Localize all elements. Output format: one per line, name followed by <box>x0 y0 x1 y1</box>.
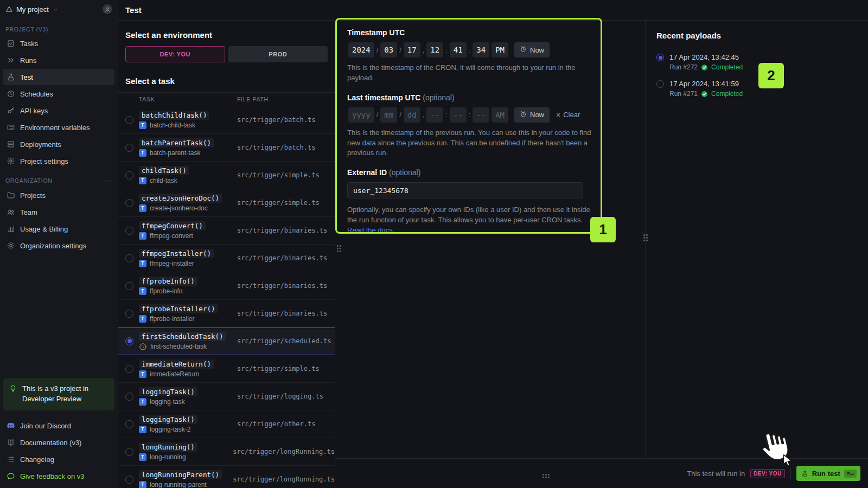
task-row-ffprobe-info[interactable]: ffprobeInfo()Tffprobe-infosrc/trigger/bi… <box>118 272 335 300</box>
env-button-prod[interactable]: PROD <box>228 46 328 62</box>
sidebar-item-organization-settings[interactable]: Organization settings <box>3 237 114 254</box>
sidebar-nav: PROJECT (V3)TasksRunsTestSchedulesAPI ke… <box>0 18 118 254</box>
task-radio[interactable] <box>125 227 133 235</box>
sidebar-item-give-feedback-on-v3[interactable]: Give feedback on v3 <box>3 468 114 484</box>
file-path-column-header: FILE PATH <box>237 96 269 102</box>
payload-item-run-271[interactable]: 17 Apr 2024, 13:41:59Run #271Completed <box>656 80 868 98</box>
task-row-logging-task[interactable]: loggingTask()Tlogging-tasksrc/trigger/lo… <box>118 383 335 410</box>
task-name: batchChildTask() <box>139 111 209 120</box>
datetime-segment[interactable]: 12 <box>426 42 443 57</box>
task-radio[interactable] <box>125 310 133 318</box>
sidebar-item-label: Runs <box>20 56 36 65</box>
sidebar-item-schedules[interactable]: Schedules <box>3 86 114 102</box>
task-row-logging-task-2[interactable]: loggingTask()Tlogging-task-2src/trigger/… <box>118 410 335 438</box>
task-radio[interactable] <box>125 171 133 179</box>
task-radio[interactable] <box>125 365 133 373</box>
task-row-create-jsonhero-doc[interactable]: createJsonHeroDoc()Tcreate-jsonhero-docs… <box>118 189 335 217</box>
sidebar-item-team[interactable]: Team <box>3 204 114 220</box>
task-row-batch-child-task[interactable]: batchChildTask()Tbatch-child-tasksrc/tri… <box>118 106 335 134</box>
datetime-segment[interactable]: -- <box>473 107 489 123</box>
segment-separator: / <box>399 111 401 119</box>
project-selector[interactable]: My project <box>0 0 118 18</box>
task-row-first-scheduled-task[interactable]: firstScheduledTask()first-scheduled-task… <box>118 328 335 355</box>
gear-icon <box>7 241 15 250</box>
task-row-child-task[interactable]: childTask()Tchild-tasksrc/trigger/simple… <box>118 162 335 189</box>
task-radio[interactable] <box>125 254 133 262</box>
sidebar-item-changelog[interactable]: Changelog <box>3 451 114 467</box>
clear-button[interactable]: ×Clear <box>556 111 580 119</box>
sidebar-item-api-keys[interactable]: API keys <box>3 102 114 119</box>
section-menu-button[interactable]: ··· <box>104 177 112 184</box>
task-row-ffmpeg-installer[interactable]: ffmpegInstaller()Tffmpeg-installersrc/tr… <box>118 245 335 272</box>
task-radio[interactable] <box>125 393 133 401</box>
task-radio[interactable] <box>125 476 133 484</box>
v3-preview-banner: This is a v3 project in Developer Previe… <box>3 378 114 410</box>
task-id: first-scheduled-task <box>150 343 207 350</box>
read-the-docs-link[interactable]: Read the docs. <box>347 226 592 236</box>
sidebar-item-documentation-v3[interactable]: Documentation (v3) <box>3 434 114 451</box>
datetime-segment[interactable]: 03 <box>380 42 397 57</box>
task-row-batch-parent-task[interactable]: batchParentTask()Tbatch-parent-tasksrc/t… <box>118 134 335 162</box>
sidebar-item-join-our-discord[interactable]: Join our Discord <box>3 418 114 434</box>
alarm-clock-icon <box>520 111 527 119</box>
external-id-label: External ID (optional) <box>347 168 645 177</box>
meridiem-segment[interactable]: PM <box>492 42 508 57</box>
bottom-action-bar: This test will run in DEV: YOU Run test … <box>335 458 868 488</box>
datetime-segment[interactable]: mm <box>380 107 397 123</box>
payload-item-run-272[interactable]: 17 Apr 2024, 13:42:45Run #272Completed <box>656 53 868 71</box>
sidebar-item-test[interactable]: Test <box>3 69 114 85</box>
sidebar-item-label: Environment variables <box>20 124 90 132</box>
payload-radio[interactable] <box>656 80 664 88</box>
task-name: childTask() <box>139 166 189 175</box>
payload-radio[interactable] <box>656 54 664 61</box>
datetime-segment[interactable]: 17 <box>404 42 420 57</box>
last-timestamp-help: This is the timestamp of the previous ru… <box>347 128 592 159</box>
env-button-dev-you[interactable]: DEV: YOU <box>125 46 225 62</box>
task-radio[interactable] <box>125 144 133 152</box>
sidebar-item-tasks[interactable]: Tasks <box>3 35 114 52</box>
sidebar-item-label: Project settings <box>20 157 68 165</box>
sidebar-item-runs[interactable]: Runs <box>3 52 114 68</box>
divider <box>790 468 791 479</box>
sidebar-item-usage-billing[interactable]: Usage & Billing <box>3 221 114 237</box>
project-selector-label: My project <box>16 5 49 14</box>
now-button[interactable]: Now <box>514 42 550 57</box>
task-row-ffprobe-installer[interactable]: ffprobeInstaller()Tffprobe-installersrc/… <box>118 300 335 328</box>
segment-separator: , <box>423 46 425 54</box>
sidebar-item-environment-variables[interactable]: Environment variables <box>3 119 114 136</box>
datetime-segment[interactable]: 2024 <box>348 42 374 57</box>
task-radio[interactable] <box>125 448 133 456</box>
section-label-text: ORGANIZATION <box>5 177 52 184</box>
test-icon <box>7 73 15 81</box>
task-row-immediatereturn[interactable]: immediateReturn()TimmediateReturnsrc/tri… <box>118 355 335 383</box>
task-row-long-running[interactable]: longRunning()Tlong-runningsrc/trigger/lo… <box>118 438 335 466</box>
now-button[interactable]: Now <box>514 107 550 123</box>
task-radio[interactable] <box>125 199 133 207</box>
task-radio[interactable] <box>125 420 133 428</box>
sidebar-item-projects[interactable]: Projects <box>3 187 114 203</box>
datetime-segment[interactable]: -- <box>450 107 467 123</box>
datetime-segment[interactable]: 41 <box>450 42 467 57</box>
task-radio[interactable] <box>125 282 133 290</box>
last-timestamp-label: Last timestamp UTC (optional) <box>347 93 645 102</box>
task-row-ffmpeg-convert[interactable]: ffmpegConvert()Tffmpeg-convertsrc/trigge… <box>118 217 335 245</box>
external-id-input[interactable]: user_12345678 <box>347 182 583 198</box>
task-radio[interactable] <box>125 116 133 124</box>
chevron-down-icon <box>52 6 59 13</box>
key-icon <box>7 106 15 115</box>
sidebar-item-project-settings[interactable]: Project settings <box>3 153 114 169</box>
task-name: batchParentTask() <box>139 138 214 147</box>
v3-preview-banner-text: This is a v3 project in Developer Previe… <box>22 384 109 404</box>
meridiem-segment[interactable]: AM <box>492 107 508 123</box>
task-row-long-running-parent[interactable]: longRunningParent()Tlong-running-parents… <box>118 466 335 488</box>
datetime-segment[interactable]: yyyy <box>348 107 374 123</box>
user-avatar[interactable] <box>103 4 112 14</box>
datetime-segment[interactable]: dd <box>404 107 420 123</box>
app-logo-icon <box>5 5 13 13</box>
datetime-segment[interactable]: 34 <box>473 42 489 57</box>
sidebar-item-deployments[interactable]: Deployments <box>3 136 114 152</box>
datetime-segment[interactable]: -- <box>426 107 443 123</box>
run-test-button[interactable]: Run test ⌘↵ <box>796 466 860 481</box>
task-radio[interactable] <box>125 337 133 345</box>
run-options-panel: Timestamp UTC 2024/03/17,12:41:34PMNow T… <box>335 21 646 458</box>
